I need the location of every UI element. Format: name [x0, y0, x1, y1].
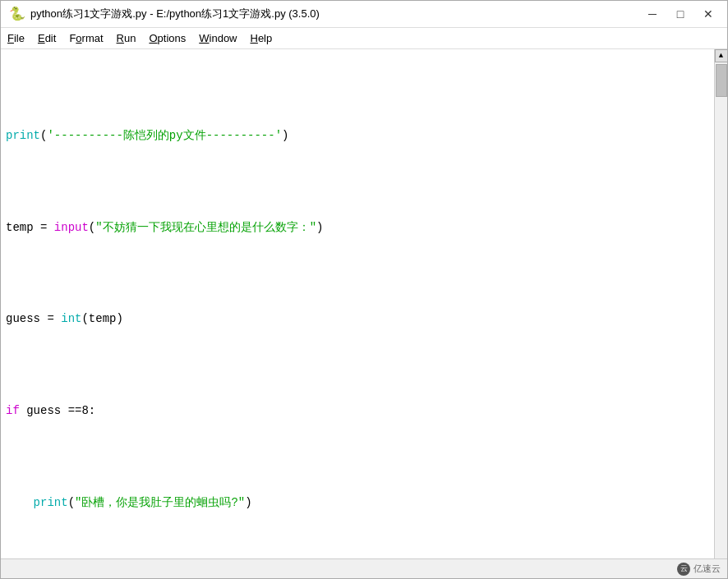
- code-line-3: guess = int(temp): [6, 310, 709, 328]
- menu-help[interactable]: Help: [244, 30, 279, 47]
- code-area: print('----------陈恺列的py文件----------') te…: [6, 53, 709, 558]
- close-button[interactable]: ✕: [698, 7, 719, 21]
- watermark: 云 亿速云: [677, 563, 721, 576]
- keyword-input: input: [54, 221, 89, 234]
- fn-print-1: print: [6, 129, 40, 142]
- menu-options[interactable]: Options: [142, 30, 192, 47]
- window-title: python练习1文字游戏.py - E:/python练习1文字游戏.py (…: [30, 7, 642, 21]
- menu-edit[interactable]: Edit: [31, 30, 62, 47]
- scroll-up-button[interactable]: ▲: [715, 49, 728, 62]
- menu-window[interactable]: Window: [192, 30, 243, 47]
- kw-if: if: [6, 404, 20, 417]
- code-line-4: if guess ==8:: [6, 402, 709, 420]
- menu-file[interactable]: File: [1, 30, 31, 47]
- fn-print-5: print: [34, 496, 68, 509]
- code-line-1: print('----------陈恺列的py文件----------'): [6, 126, 709, 145]
- main-window: 🐍 python练习1文字游戏.py - E:/python练习1文字游戏.py…: [0, 0, 728, 579]
- scrollbar-vertical[interactable]: ▲: [714, 49, 727, 558]
- editor-content[interactable]: print('----------陈恺列的py文件----------') te…: [1, 49, 714, 558]
- editor-container: print('----------陈恺列的py文件----------') te…: [1, 49, 727, 558]
- watermark-icon: 云: [677, 563, 690, 576]
- code-line-2: temp = input("不妨猜一下我现在心里想的是什么数字："): [6, 218, 709, 237]
- menu-bar: File Edit Format Run Options Window Help: [1, 28, 727, 49]
- status-bar: 云 亿速云: [1, 558, 727, 578]
- scroll-thumb[interactable]: [716, 64, 727, 97]
- str-5: "卧槽，你是我肚子里的蛔虫吗?": [75, 496, 245, 509]
- maximize-button[interactable]: □: [670, 7, 691, 21]
- menu-format[interactable]: Format: [62, 30, 109, 47]
- watermark-text: 亿速云: [693, 563, 721, 575]
- str-1: '----------陈恺列的py文件----------': [47, 129, 282, 142]
- window-controls: ─ □ ✕: [642, 7, 719, 21]
- str-2: "不妨猜一下我现在心里想的是什么数字：": [95, 221, 316, 234]
- app-icon: 🐍: [9, 6, 25, 22]
- menu-run[interactable]: Run: [110, 30, 143, 47]
- code-line-5: print("卧槽，你是我肚子里的蛔虫吗?"): [6, 494, 709, 512]
- title-bar: 🐍 python练习1文字游戏.py - E:/python练习1文字游戏.py…: [1, 1, 727, 28]
- fn-int: int: [61, 312, 81, 325]
- minimize-button[interactable]: ─: [642, 7, 663, 21]
